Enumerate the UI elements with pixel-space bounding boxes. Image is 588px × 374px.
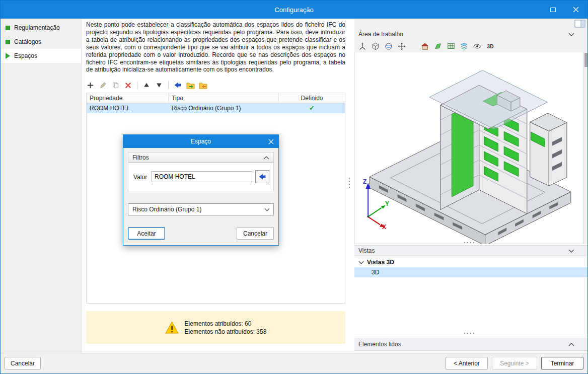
- warning-triangle-icon: [165, 321, 179, 334]
- horizontal-splitter[interactable]: [354, 333, 583, 334]
- import-folder-button[interactable]: [185, 80, 195, 90]
- views-header[interactable]: Vistas: [354, 245, 588, 256]
- table-row[interactable]: ROOM HOTEL Risco Ordinário (Grupo 1) ✓: [87, 103, 345, 113]
- layers-icon[interactable]: [459, 41, 469, 51]
- 3d-view-label: 3D: [487, 44, 494, 49]
- valor-label: Valor: [133, 174, 147, 181]
- elements-assigned-text: Elementos atribuídos: 60: [185, 320, 267, 328]
- workspace-header[interactable]: Área de trabalho: [354, 29, 588, 40]
- move-down-button[interactable]: [154, 80, 164, 90]
- blue-left-arrow-icon: [258, 173, 266, 181]
- ucs-axes-icon[interactable]: [357, 41, 368, 51]
- delete-button[interactable]: [123, 80, 133, 90]
- chevron-down-icon[interactable]: [568, 31, 574, 38]
- step-done-icon: [6, 26, 10, 30]
- folder-export-icon: [199, 82, 207, 89]
- tipo-select-value: Risco Ordinário (Grupo 1): [132, 206, 201, 213]
- table-view-icon[interactable]: [446, 41, 456, 51]
- edit-button[interactable]: [98, 80, 108, 90]
- tree-node-label: Vistas 3D: [367, 259, 394, 266]
- sidebar-item-regulamentacao[interactable]: Regulamentação: [1, 21, 81, 35]
- blue-left-arrow-icon: [174, 81, 182, 89]
- workspace-header-label: Área de trabalho: [358, 31, 403, 38]
- orbit-view-icon[interactable]: [384, 41, 394, 51]
- next-button-disabled: Seguinte >: [492, 357, 537, 369]
- views-header-label: Vistas: [358, 247, 375, 254]
- up-triangle-icon: [143, 82, 150, 89]
- pencil-icon: [99, 82, 107, 89]
- assignment-table-toolbar: [85, 80, 208, 90]
- maximize-button[interactable]: [541, 1, 564, 19]
- viewport-scrollbar[interactable]: [583, 52, 588, 244]
- chevron-up-icon[interactable]: [263, 154, 269, 161]
- read-elements-header[interactable]: Elementos lidos: [354, 338, 588, 351]
- window-title: Configuração: [274, 6, 313, 14]
- modal-cancel-button[interactable]: Cancelar: [237, 227, 274, 240]
- import-arrow-button[interactable]: [173, 80, 183, 90]
- modal-titlebar[interactable]: Espaço: [123, 135, 278, 148]
- down-triangle-icon: [156, 82, 163, 89]
- pick-value-button[interactable]: [255, 170, 269, 183]
- tree-node-vistas-3d[interactable]: Vistas 3D: [354, 257, 588, 267]
- filters-section-header[interactable]: Filtros: [128, 152, 274, 163]
- sidebar-item-catalogos[interactable]: Catálogos: [1, 35, 81, 49]
- modal-title: Espaço: [191, 138, 211, 145]
- previous-button[interactable]: < Anterior: [446, 357, 488, 369]
- read-elements-label: Elementos lidos: [358, 341, 401, 348]
- pan-view-icon[interactable]: [397, 41, 407, 51]
- close-icon: [573, 7, 579, 13]
- finish-button[interactable]: Terminar: [541, 357, 583, 369]
- vertical-splitter[interactable]: [349, 178, 350, 188]
- 3d-view-icon[interactable]: 3D: [485, 41, 495, 51]
- export-folder-button[interactable]: [198, 80, 208, 90]
- sidebar-item-label: Catálogos: [14, 38, 41, 45]
- column-header-definido[interactable]: Definido: [279, 93, 345, 103]
- elements-unassigned-text: Elementos não atribuídos: 358: [185, 328, 267, 336]
- cancel-button[interactable]: Cancelar: [5, 357, 41, 369]
- axis-y-label: Y: [385, 200, 389, 207]
- tree-item-label: 3D: [372, 269, 379, 276]
- valor-input[interactable]: [152, 171, 252, 182]
- building-model: [355, 52, 583, 244]
- view-cube-icon[interactable]: [371, 41, 381, 51]
- chevron-down-icon: [264, 206, 270, 213]
- wizard-steps-sidebar: Regulamentação Catálogos Espaços: [1, 19, 82, 353]
- check-icon: ✓: [309, 104, 315, 112]
- close-button[interactable]: [564, 1, 587, 19]
- scrollbar-thumb[interactable]: [584, 53, 588, 67]
- horizontal-splitter[interactable]: [354, 242, 583, 243]
- workspace-panel: Área de trabalho: [354, 19, 588, 353]
- panel-layout-icon[interactable]: [574, 20, 585, 29]
- delete-x-icon: [124, 82, 132, 89]
- axis-x-label: X: [382, 223, 386, 231]
- move-up-button[interactable]: [141, 80, 152, 90]
- cell-propriedade: ROOM HOTEL: [87, 103, 169, 113]
- warning-box: Elementos atribuídos: 60 Elementos não a…: [86, 311, 345, 344]
- column-header-tipo[interactable]: Tipo: [169, 93, 279, 103]
- column-header-propriedade[interactable]: Propriedade: [87, 93, 169, 103]
- maximize-icon: [550, 8, 556, 12]
- table-header-row: Propriedade Tipo Definido: [87, 93, 345, 103]
- chevron-up-icon[interactable]: [568, 341, 574, 348]
- elevation-view-icon[interactable]: [420, 41, 430, 51]
- view-toolbar: 3D: [354, 41, 583, 52]
- wizard-footer: Cancelar < Anterior Seguinte > Terminar: [1, 353, 588, 374]
- visibility-icon[interactable]: [472, 41, 482, 51]
- step-done-icon: [6, 40, 10, 44]
- modal-close-button[interactable]: [265, 136, 276, 146]
- tree-item-3d-view[interactable]: 3D: [354, 267, 588, 277]
- add-button[interactable]: [85, 80, 95, 90]
- sidebar-item-espacos[interactable]: Espaços: [1, 49, 81, 63]
- tipo-select[interactable]: Risco Ordinário (Grupo 1): [128, 203, 274, 215]
- accept-button[interactable]: Aceitar: [128, 227, 165, 240]
- copy-icon: [112, 82, 119, 89]
- copy-button[interactable]: [110, 80, 120, 90]
- 3d-viewport[interactable]: Z Y X: [354, 52, 583, 244]
- expander-chevron-icon[interactable]: [358, 261, 364, 264]
- area-selection-icon[interactable]: [433, 41, 443, 51]
- chevron-down-icon[interactable]: [568, 247, 574, 254]
- titlebar[interactable]: Configuração: [1, 1, 587, 19]
- sidebar-item-label: Espaços: [14, 52, 37, 59]
- step-current-icon: [6, 53, 10, 59]
- close-icon: [268, 139, 274, 144]
